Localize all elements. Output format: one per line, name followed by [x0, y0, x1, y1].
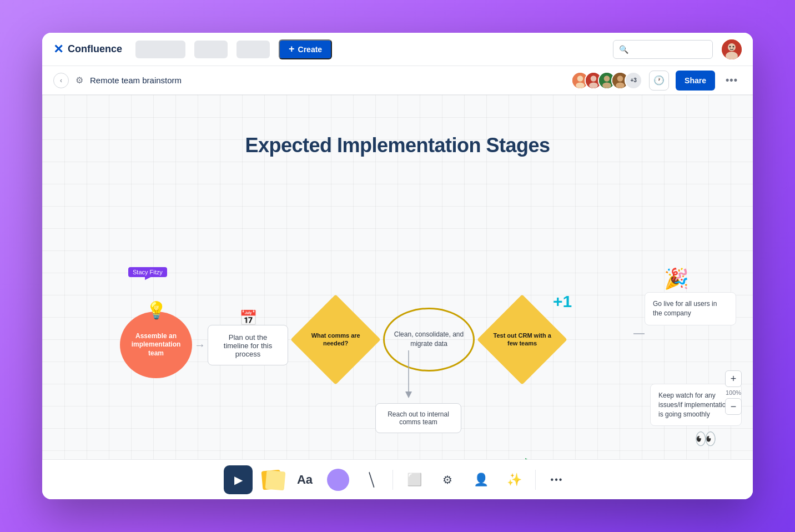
toolbar-divider-2: [535, 470, 536, 490]
branch-arrow-svg: [409, 345, 442, 411]
circle-shape-icon: [327, 469, 349, 491]
browser-window: ✕ Confluence + Create 🔍: [42, 33, 753, 499]
reach-out-label: Reach out to internal comms team: [388, 410, 449, 426]
plan-label: Plan out the timeline for this process: [224, 333, 272, 358]
plan-rect: Plan out the timeline for this process: [208, 325, 288, 365]
plus-one-reaction[interactable]: +1: [553, 292, 572, 311]
sidebar-toggle-button[interactable]: ‹: [53, 73, 69, 88]
page-title: Expected Implementation Stages: [42, 134, 753, 157]
frame-tool-button[interactable]: ⬜: [400, 465, 429, 494]
text-tool-button[interactable]: Aa: [290, 465, 319, 494]
assemble-label: Assemble an implementation team: [125, 332, 187, 358]
template-icon: ⚙: [442, 473, 452, 486]
nav-pill-3[interactable]: [237, 41, 270, 58]
create-label: Create: [298, 45, 323, 54]
more-icon: •••: [726, 74, 738, 86]
create-plus-icon: +: [289, 43, 295, 55]
person-tool-button[interactable]: 👤: [466, 465, 495, 494]
jane-cursor-arrow: ▶: [525, 456, 570, 459]
line-tool-button[interactable]: ╱: [357, 465, 386, 494]
breadcrumb-title: Remote team brainstorm: [90, 76, 182, 85]
svg-point-7: [576, 82, 585, 88]
golive-text: Go live for all users in the company: [653, 300, 717, 317]
assemble-node[interactable]: 💡 Assemble an implementation team: [120, 300, 192, 378]
history-icon: 🕐: [653, 75, 665, 86]
template-tool-button[interactable]: ⚙: [433, 465, 462, 494]
diagram-title-area: Expected Implementation Stages: [42, 95, 753, 157]
canvas-area[interactable]: Expected Implementation Stages Stacy Fit…: [42, 95, 753, 459]
svg-point-12: [604, 76, 610, 82]
chevron-left-icon: ‹: [60, 77, 62, 84]
stacy-cursor-area: Stacy Fitzy ▶: [128, 267, 153, 282]
search-icon: 🔍: [619, 45, 628, 54]
comms-node[interactable]: What comms are needed?: [290, 294, 381, 385]
zoom-in-button[interactable]: +: [725, 370, 742, 387]
flow-diagram: 💡 Assemble an implementation team → 📅 Pl…: [120, 300, 554, 378]
confluence-logo-text: Confluence: [68, 43, 122, 55]
page-type-icon: ⚙: [76, 75, 83, 86]
top-nav: ✕ Confluence + Create 🔍: [42, 33, 753, 66]
play-button[interactable]: ▶: [224, 465, 253, 494]
nav-pill-2[interactable]: [194, 41, 228, 58]
plan-node[interactable]: 📅 Plan out the timeline for this process: [208, 325, 288, 365]
arrow-1: →: [192, 339, 208, 352]
sticky-notes-button[interactable]: [257, 465, 286, 494]
zoom-controls: + 100% −: [725, 370, 742, 415]
logo-area: ✕ Confluence: [53, 42, 122, 57]
search-input[interactable]: [632, 45, 707, 53]
assemble-circle: Assemble an implementation team: [120, 312, 192, 378]
zoom-out-button[interactable]: −: [725, 398, 742, 415]
share-button[interactable]: Share: [676, 71, 715, 91]
shape-tool-button[interactable]: [324, 465, 353, 494]
party-sticker: 🎉: [664, 267, 689, 290]
confluence-logo-icon: ✕: [53, 42, 63, 57]
ai-icon: ✨: [507, 473, 522, 487]
jane-cursor-area: ▶ Jane Rotanson: [525, 456, 570, 459]
more-options-button[interactable]: •••: [722, 71, 742, 91]
eyes-sticker: 👀: [695, 428, 717, 449]
user-avatar[interactable]: [722, 39, 742, 59]
person-icon: 👤: [474, 473, 489, 487]
stacy-cursor-label: Stacy Fitzy: [128, 267, 167, 277]
golive-arrow-svg: [633, 328, 650, 339]
create-button[interactable]: + Create: [279, 39, 332, 59]
svg-point-15: [617, 76, 623, 82]
share-label: Share: [685, 76, 706, 85]
svg-point-9: [591, 76, 597, 82]
search-box[interactable]: 🔍: [613, 40, 713, 59]
frame-icon: ⬜: [407, 473, 422, 487]
svg-point-16: [616, 82, 625, 88]
calendar-icon: 📅: [239, 309, 257, 327]
lightbulb-icon: 💡: [146, 300, 167, 320]
more-tools-icon: •••: [551, 475, 563, 485]
golive-card[interactable]: Go live for all users in the company: [645, 292, 736, 325]
bottom-toolbar: ▶ Aa ╱ ⬜ ⚙ 👤 ✨: [42, 459, 753, 499]
zoom-percentage: 100%: [726, 389, 741, 396]
secondary-toolbar: ‹ ⚙ Remote team brainstorm: [42, 66, 753, 95]
keepwatch-text: Keep watch for any issues/if implementat…: [658, 392, 729, 418]
svg-point-10: [589, 82, 598, 88]
line-icon: ╱: [364, 472, 379, 488]
svg-point-6: [577, 76, 583, 82]
extra-collaborators-badge: +3: [625, 72, 642, 89]
more-tools-button[interactable]: •••: [542, 465, 571, 494]
toolbar-divider-1: [393, 470, 393, 490]
svg-point-3: [729, 46, 731, 47]
ai-tool-button[interactable]: ✨: [500, 465, 529, 494]
play-icon: ▶: [234, 473, 243, 486]
test-label: Test out CRM with a few teams: [490, 329, 554, 350]
svg-point-4: [733, 46, 734, 47]
text-icon: Aa: [297, 473, 313, 487]
sticky-note-icon-2: [265, 470, 286, 490]
history-button[interactable]: 🕐: [649, 71, 669, 91]
nav-pill-1[interactable]: [135, 41, 185, 58]
svg-point-13: [602, 82, 611, 88]
comms-label: What comms are needed?: [304, 329, 368, 350]
collaborators-group: +3: [571, 72, 642, 89]
